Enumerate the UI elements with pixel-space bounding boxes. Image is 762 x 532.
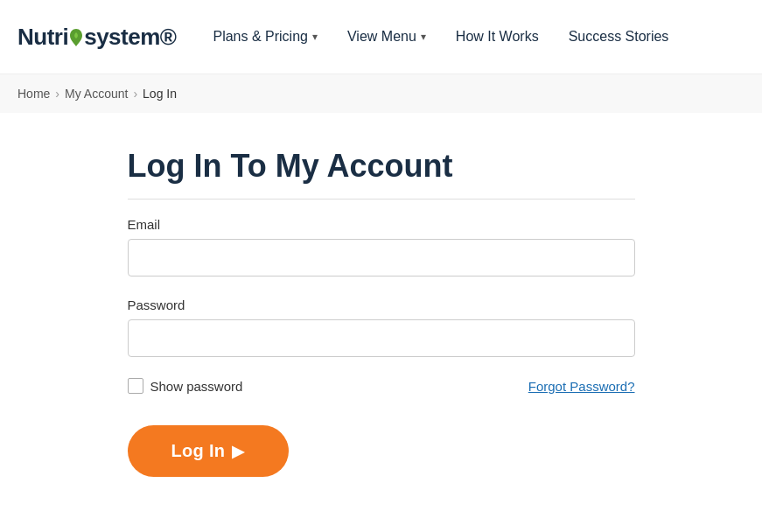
main-content: Log In To My Account Email Password Show… xyxy=(0,113,762,512)
login-button[interactable]: Log In ▶ xyxy=(128,425,289,477)
nav-item-plans-pricing[interactable]: Plans & Pricing ▾ xyxy=(202,22,328,52)
show-password-left: Show password xyxy=(128,378,243,394)
login-button-label: Log In xyxy=(171,441,226,461)
page-title: Log In To My Account xyxy=(128,148,635,200)
logo-text: Nutri system® xyxy=(17,24,176,51)
nav-item-how-it-works[interactable]: How It Works xyxy=(445,22,549,52)
password-label: Password xyxy=(128,298,635,312)
site-logo[interactable]: Nutri system® xyxy=(17,24,176,51)
login-container: Log In To My Account Email Password Show… xyxy=(128,148,635,477)
breadcrumb-separator-2: › xyxy=(133,87,137,101)
nav-item-view-menu[interactable]: View Menu ▾ xyxy=(337,22,437,52)
forgot-password-link[interactable]: Forgot Password? xyxy=(528,379,635,394)
show-password-label[interactable]: Show password xyxy=(150,379,243,394)
email-label: Email xyxy=(128,217,635,232)
nav-item-success-stories[interactable]: Success Stories xyxy=(558,22,680,52)
login-button-arrow-icon: ▶ xyxy=(232,442,244,461)
email-form-group: Email xyxy=(128,217,635,276)
site-header: Nutri system® Plans & Pricing ▾ View Men… xyxy=(0,0,762,74)
breadcrumb-home[interactable]: Home xyxy=(17,87,50,101)
breadcrumb-my-account[interactable]: My Account xyxy=(65,87,128,101)
breadcrumb: Home › My Account › Log In xyxy=(0,74,762,113)
show-password-row: Show password Forgot Password? xyxy=(128,378,635,394)
plans-pricing-chevron-icon: ▾ xyxy=(312,31,318,43)
password-input[interactable] xyxy=(128,319,635,357)
breadcrumb-current: Log In xyxy=(143,87,177,101)
logo-leaf-icon xyxy=(68,28,84,47)
main-nav: Plans & Pricing ▾ View Menu ▾ How It Wor… xyxy=(202,22,679,52)
show-password-checkbox[interactable] xyxy=(128,378,143,394)
view-menu-chevron-icon: ▾ xyxy=(421,31,426,43)
password-form-group: Password xyxy=(128,298,635,357)
breadcrumb-separator-1: › xyxy=(55,87,59,101)
email-input[interactable] xyxy=(128,239,635,276)
